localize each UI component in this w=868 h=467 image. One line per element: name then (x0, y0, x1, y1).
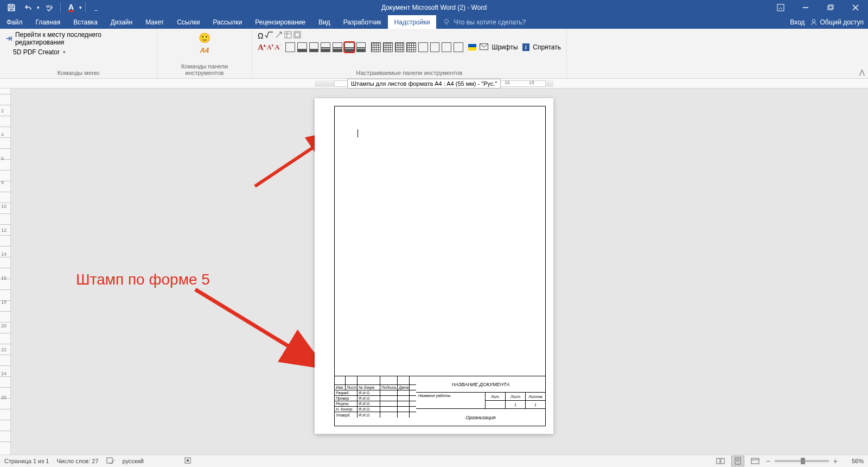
signin-link[interactable]: Вход (790, 18, 805, 26)
tb-hdr-izm: Изм. (335, 385, 346, 390)
view-read-button[interactable] (714, 456, 727, 466)
group-label: Команды меню (5, 68, 151, 77)
collapse-ribbon-button[interactable]: ⋀ (859, 68, 865, 76)
undo-dropdown-icon[interactable]: ▾ (37, 5, 40, 10)
stamp-tooltip: Штампы для листов формата A4 : A4 (55 мм… (347, 79, 501, 89)
zoom-in-button[interactable]: + (833, 457, 838, 465)
zoom-slider[interactable] (775, 460, 829, 462)
stamp-14-button[interactable] (442, 42, 451, 52)
save-button[interactable] (4, 1, 18, 15)
font-large-button[interactable]: A▴ (258, 43, 266, 52)
share-icon (810, 18, 818, 26)
cross-ref-button[interactable] (275, 31, 283, 40)
group-label: Команды панели инструментов (163, 62, 246, 77)
tb-list: Лист (506, 393, 526, 400)
stamp-10-button[interactable] (395, 42, 405, 52)
ua-flag-button[interactable] (468, 44, 477, 51)
font-small-button[interactable]: A▾ (267, 43, 273, 52)
tab-mailings[interactable]: Рассылки (206, 15, 248, 29)
tell-me-search[interactable]: Что вы хотите сделать? (436, 15, 532, 29)
pdf-creator-button[interactable]: 5D PDF Creator ▾ (5, 48, 151, 56)
hide-button[interactable]: Спрятать (533, 43, 561, 51)
a4-button[interactable]: А4 (200, 46, 209, 54)
stamp-3-button[interactable] (309, 42, 319, 52)
stamp-1-button[interactable] (285, 42, 295, 52)
spellcheck-button[interactable]: abc (43, 1, 57, 15)
omega-button[interactable]: Ω (258, 31, 263, 40)
close-button[interactable] (843, 0, 868, 15)
table-small-button[interactable] (284, 31, 292, 40)
dropdown-icon: ▾ (63, 49, 66, 55)
status-wordcount[interactable]: Число слов: 27 (56, 458, 98, 464)
status-macro-icon[interactable] (184, 457, 192, 465)
status-language[interactable]: русский (123, 458, 144, 464)
tb-row-razrab: Разраб. (335, 390, 358, 395)
vertical-ruler[interactable]: 2468101214161820222426 (0, 89, 11, 455)
mail-icon-button[interactable] (480, 43, 488, 52)
goto-icon (5, 35, 13, 42)
stamp-15-button[interactable] (454, 42, 463, 52)
svg-rect-18 (107, 458, 112, 463)
tb-workname: Название работы (416, 393, 486, 408)
text-cursor (358, 129, 358, 137)
stamp-6-button-highlighted[interactable] (344, 42, 354, 52)
ribbon-tabs: Файл Главная Вставка Дизайн Макет Ссылки… (0, 15, 868, 29)
undo-button[interactable] (22, 1, 36, 15)
tab-developer[interactable]: Разработчик (337, 15, 388, 29)
stamp-9-button[interactable] (383, 42, 393, 52)
title-block: Изм. Лист № докум. Подпись Дата Разраб.Ф… (335, 376, 545, 426)
stamp-5-button[interactable] (333, 42, 342, 52)
zoom-level[interactable]: 56% (842, 458, 864, 464)
tb-hdr-ndoc: № докум. (358, 385, 380, 390)
window-title: Документ Microsoft Word (2) - Word (381, 4, 487, 11)
stamp-4-button[interactable] (321, 42, 330, 52)
tab-home[interactable]: Главная (29, 15, 67, 29)
tb-org: Организация (416, 409, 545, 426)
frame-button[interactable] (293, 31, 301, 40)
annotation-label: Штамп по форме 5 (76, 271, 210, 288)
share-button[interactable]: Общий доступ (810, 18, 864, 26)
ribbon-group-custom-toolbars: Ω A▴ A▾ A' (252, 29, 567, 78)
zoom-out-button[interactable]: − (766, 457, 770, 465)
document-page[interactable]: Изм. Лист № докум. Подпись Дата Разраб.Ф… (315, 98, 553, 434)
stamp-8-button[interactable] (371, 42, 381, 52)
tab-file[interactable]: Файл (0, 15, 29, 29)
tab-view[interactable]: Вид (312, 15, 337, 29)
maximize-button[interactable] (818, 0, 843, 15)
font-color-button[interactable]: A (64, 1, 78, 15)
status-proofing-icon[interactable] (106, 457, 115, 465)
stamp-12-button[interactable] (418, 42, 428, 52)
stamp-13-button[interactable] (430, 42, 440, 52)
tell-me-placeholder: Что вы хотите сделать? (454, 18, 526, 26)
stamp-11-button[interactable] (406, 42, 416, 52)
stamp-2-button[interactable] (297, 42, 307, 52)
svg-rect-21 (717, 458, 720, 464)
view-print-button[interactable] (731, 456, 744, 466)
view-web-button[interactable] (749, 456, 762, 466)
qat-customize-button[interactable]: ⎯ (89, 1, 103, 15)
font-reset-button[interactable]: A' (275, 43, 280, 52)
goto-last-edit-button[interactable]: Перейти к месту последнего редактировани… (5, 31, 151, 46)
tab-layout[interactable]: Макет (139, 15, 170, 29)
ribbon-display-button[interactable] (768, 0, 793, 15)
tab-references[interactable]: Ссылки (170, 15, 206, 29)
smiley-icon[interactable]: 🙂 (199, 32, 210, 44)
svg-rect-10 (285, 31, 291, 38)
info-icon[interactable]: i (522, 43, 530, 51)
sqrt-button[interactable] (265, 31, 273, 40)
statusbar: Страница 1 из 1 Число слов: 27 русский −… (0, 455, 868, 467)
svg-rect-22 (721, 458, 724, 464)
stamp-7-button[interactable] (356, 42, 366, 52)
fontcolor-dropdown-icon[interactable]: ▾ (79, 5, 82, 10)
tab-review[interactable]: Рецензирование (248, 15, 312, 29)
tb-row-recenz: Реценз. (335, 401, 358, 406)
document-workspace: 2468101214161820222426 Штамп по форме 5 … (0, 89, 868, 455)
status-page[interactable]: Страница 1 из 1 (4, 458, 49, 464)
page-frame: Изм. Лист № докум. Подпись Дата Разраб.Ф… (334, 106, 546, 426)
fonts-button[interactable]: Шрифты (492, 43, 518, 51)
group-label: Настраиваемые панели инструментов (258, 68, 561, 77)
tab-addins[interactable]: Надстройки (388, 15, 437, 29)
minimize-button[interactable] (793, 0, 818, 15)
tab-insert[interactable]: Вставка (67, 15, 104, 29)
tab-design[interactable]: Дизайн (104, 15, 139, 29)
